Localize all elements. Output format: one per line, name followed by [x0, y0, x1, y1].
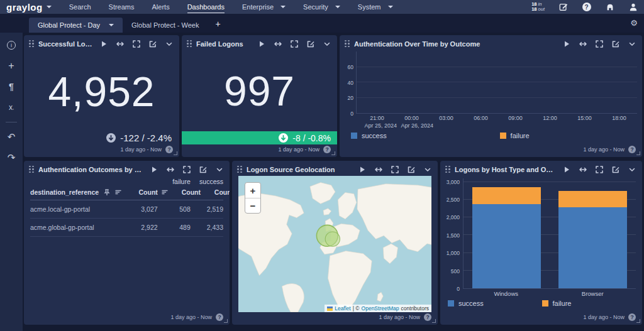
- plot-area: [463, 178, 636, 289]
- fullscreen-icon[interactable]: [391, 165, 399, 173]
- add-tab-button[interactable]: +: [208, 16, 228, 33]
- help-icon[interactable]: ?: [628, 146, 636, 153]
- info-icon[interactable]: i: [5, 39, 18, 52]
- graylog-logo[interactable]: graylog: [6, 2, 52, 13]
- chevron-down-icon[interactable]: [165, 40, 173, 48]
- chevron-down-icon[interactable]: [628, 165, 636, 173]
- openstreetmap-link[interactable]: OpenStreetMap: [362, 305, 399, 312]
- sort-icon[interactable]: [115, 189, 121, 195]
- nav-item-security[interactable]: Security: [303, 1, 340, 13]
- edit-icon[interactable]: [148, 40, 157, 48]
- edit-icon[interactable]: [611, 165, 619, 173]
- arrows-horizontal-icon[interactable]: [579, 40, 587, 48]
- nav-item-alerts[interactable]: Alerts: [152, 1, 170, 13]
- leaflet-link[interactable]: Leaflet: [335, 305, 351, 312]
- table-cell: 3,027: [111, 205, 158, 213]
- x-axis: WindowsBrowser: [463, 289, 636, 298]
- resize-handle[interactable]: [174, 151, 177, 155]
- help-icon[interactable]: ?: [216, 313, 223, 321]
- pin-icon[interactable]: [104, 189, 110, 195]
- map-zoom-control: + −: [245, 182, 261, 214]
- arrows-horizontal-icon[interactable]: [274, 40, 282, 48]
- zoom-out-button[interactable]: −: [245, 198, 260, 213]
- variable-icon[interactable]: x,: [5, 101, 18, 114]
- resize-handle[interactable]: [636, 151, 640, 155]
- nav-item-dashboards[interactable]: Dashboards: [187, 1, 225, 13]
- edit-icon[interactable]: [199, 165, 207, 173]
- chevron-down-icon: [388, 6, 393, 8]
- user-icon[interactable]: [628, 3, 638, 12]
- resize-handle[interactable]: [224, 319, 228, 323]
- geo-marker[interactable]: [325, 232, 340, 246]
- dashboard-grid: Successful Logons 4,952 -122 / -2.4% 1 d…: [23, 33, 644, 331]
- chevron-down-icon[interactable]: [628, 40, 636, 48]
- fullscreen-icon[interactable]: [132, 40, 140, 48]
- play-icon[interactable]: [562, 40, 570, 48]
- arrows-horizontal-icon[interactable]: [116, 40, 124, 48]
- resize-handle[interactable]: [636, 319, 640, 323]
- edit-dashboard-icon[interactable]: [558, 3, 568, 12]
- chevron-down-icon[interactable]: [323, 40, 331, 48]
- chevron-down-icon[interactable]: [215, 165, 223, 173]
- play-icon[interactable]: [358, 165, 366, 173]
- sort-icon[interactable]: [162, 189, 168, 195]
- help-icon[interactable]: ?: [424, 313, 431, 321]
- edit-icon[interactable]: [407, 165, 415, 173]
- paragraph-icon[interactable]: ¶: [5, 80, 18, 93]
- legend-item-failure[interactable]: failure: [500, 132, 530, 139]
- help-icon[interactable]: ?: [165, 146, 173, 153]
- trend-indicator: -8 / -0.8%: [182, 131, 337, 144]
- help-icon[interactable]: ?: [628, 313, 636, 321]
- drag-handle-icon[interactable]: [237, 166, 242, 173]
- arrows-horizontal-icon[interactable]: [166, 165, 174, 173]
- column-header-success-count[interactable]: Count: [201, 188, 230, 196]
- zoom-in-button[interactable]: +: [245, 183, 260, 198]
- trend-indicator: -122 / -2.4%: [24, 133, 179, 144]
- help-icon[interactable]: ?: [323, 146, 331, 153]
- add-widget-icon[interactable]: +: [5, 60, 18, 72]
- tab-global-protect-week[interactable]: Global Protect - Week: [123, 18, 208, 33]
- drag-handle-icon[interactable]: [29, 40, 34, 48]
- resize-handle[interactable]: [432, 319, 436, 323]
- nav-item-system[interactable]: System: [358, 1, 393, 13]
- column-header-failure-count[interactable]: Count: [168, 188, 201, 196]
- left-sidebar: i + ¶ x, ↶ ↷: [0, 33, 23, 331]
- column-header-destination[interactable]: destination_reference: [30, 188, 121, 196]
- arrows-horizontal-icon[interactable]: [579, 165, 587, 173]
- nav-item-streams[interactable]: Streams: [109, 1, 135, 13]
- home-icon[interactable]: [605, 3, 614, 12]
- y-axis: 05001,0001,5002,0002,5003,000: [443, 178, 463, 289]
- legend-item-failure[interactable]: failure: [542, 300, 572, 307]
- legend-item-success[interactable]: success: [448, 300, 484, 307]
- fullscreen-icon[interactable]: [290, 40, 298, 48]
- legend-item-success[interactable]: success: [351, 132, 387, 139]
- fullscreen-icon[interactable]: [182, 165, 191, 173]
- play-icon[interactable]: [257, 40, 265, 48]
- play-icon[interactable]: [150, 165, 158, 173]
- drag-handle-icon[interactable]: [187, 40, 192, 48]
- column-header-count[interactable]: Count: [121, 188, 168, 196]
- throughput-indicator[interactable]: 18 in 18 out: [531, 2, 545, 13]
- table-cell: 2,922: [111, 224, 158, 231]
- play-icon[interactable]: [562, 165, 570, 173]
- arrows-horizontal-icon[interactable]: [374, 165, 382, 173]
- play-icon[interactable]: [99, 40, 108, 48]
- drag-handle-icon[interactable]: [445, 166, 450, 173]
- gear-icon[interactable]: ⚙: [630, 18, 638, 28]
- redo-icon[interactable]: ↷: [5, 151, 18, 164]
- fullscreen-icon[interactable]: [595, 165, 603, 173]
- nav-item-search[interactable]: Search: [69, 1, 91, 13]
- edit-icon[interactable]: [611, 40, 619, 48]
- fullscreen-icon[interactable]: [595, 40, 603, 48]
- resize-handle[interactable]: [331, 151, 335, 155]
- tab-global-protect-day[interactable]: Global Protect - Day: [29, 18, 123, 33]
- undo-icon[interactable]: ↶: [5, 131, 18, 143]
- drag-handle-icon[interactable]: [345, 40, 350, 48]
- world-map[interactable]: + − Leaflet | © OpenStreetMap contributo…: [238, 176, 431, 312]
- chevron-down-icon[interactable]: [423, 165, 431, 173]
- edit-icon[interactable]: [306, 40, 314, 48]
- nav-item-enterprise[interactable]: Enterprise: [242, 1, 286, 13]
- help-icon[interactable]: ?: [582, 3, 591, 12]
- drag-handle-icon[interactable]: [29, 166, 34, 173]
- trend-down-icon: [106, 133, 116, 143]
